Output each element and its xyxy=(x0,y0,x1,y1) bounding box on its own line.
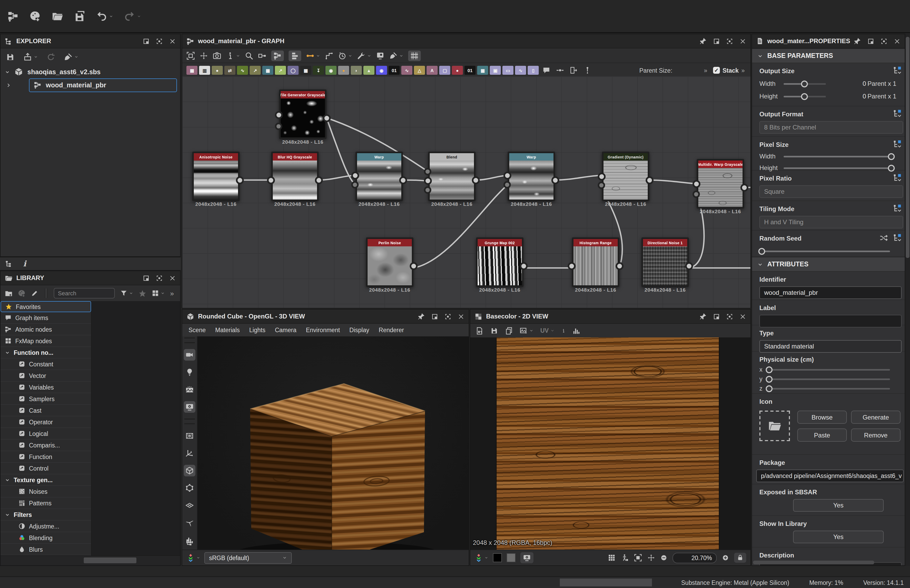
slider-knob[interactable] xyxy=(766,385,773,392)
library-item-favorites[interactable]: Favorites xyxy=(0,301,91,312)
output-port[interactable] xyxy=(685,262,693,270)
graph-node-anisotropic-noise[interactable]: Anisotropic Noise xyxy=(192,152,239,201)
info-view-icon[interactable]: i xyxy=(23,259,26,268)
graph-node-blur-hq-grayscale[interactable]: Blur HQ Grayscale xyxy=(271,152,318,201)
zoom-in-icon[interactable] xyxy=(722,554,729,561)
stack-toggle[interactable]: ✓ Stack » xyxy=(713,67,745,74)
float-panel-icon[interactable] xyxy=(143,38,150,44)
colorspace-button[interactable] xyxy=(475,553,488,562)
zoom-out-icon[interactable] xyxy=(660,554,667,561)
envimg-button[interactable] xyxy=(184,384,196,395)
snapshot[interactable] xyxy=(213,51,221,60)
input-port[interactable] xyxy=(351,181,359,189)
wirebox-button[interactable] xyxy=(184,430,196,442)
tree-item-graph-selected[interactable]: wood_material_pbr xyxy=(29,78,177,92)
library-item-variables[interactable]: Variables xyxy=(0,382,91,393)
library-item-function-no[interactable]: Function no... xyxy=(0,347,91,359)
graph-node-directional-noise-1[interactable]: Directional Noise 1 xyxy=(642,237,689,287)
slider-knob[interactable] xyxy=(766,366,773,373)
graph-node-blend[interactable]: Blend xyxy=(428,152,475,201)
graph-node-warp[interactable]: Warp xyxy=(356,152,403,201)
palette-node-button-14[interactable]: ◗ xyxy=(351,66,362,75)
type-field[interactable]: Standard material xyxy=(760,340,902,353)
library-item-graph-items[interactable]: Graph items xyxy=(0,312,91,324)
output-format-field[interactable]: 8 Bits per Channel xyxy=(760,121,903,134)
package-field[interactable]: p/advanced pipeline/Assignment6/shaoqias… xyxy=(756,470,904,482)
menu-camera[interactable]: Camera xyxy=(275,327,296,333)
maximize-panel-icon[interactable] xyxy=(156,38,163,44)
library-item-vector[interactable]: Vector xyxy=(0,370,91,382)
library-item-atomic-nodes[interactable]: Atomic nodes xyxy=(0,324,91,335)
stack-checkbox[interactable]: ✓ xyxy=(713,67,720,74)
palette-node-button-16[interactable]: ◉ xyxy=(376,66,387,75)
view-mode-button[interactable] xyxy=(152,289,165,297)
undo-button[interactable] xyxy=(96,10,113,22)
stack-more[interactable]: » xyxy=(741,67,745,73)
pixel-height-slider[interactable] xyxy=(784,167,894,169)
reload-button[interactable] xyxy=(46,52,55,61)
palette-node-button-17[interactable]: 01 xyxy=(389,66,400,75)
close-panel-icon[interactable] xyxy=(169,275,176,281)
focus-search[interactable] xyxy=(245,51,253,60)
library-item-operator[interactable]: Operator xyxy=(0,417,91,428)
physical-x-slider[interactable] xyxy=(767,369,890,370)
physical-z-slider[interactable] xyxy=(767,388,890,389)
palette-node-button-7[interactable]: ▦ xyxy=(262,66,273,75)
palette-node-button-1[interactable]: ▩ xyxy=(186,66,197,75)
inheritance-icon[interactable] xyxy=(893,66,902,75)
properties-vscrollbar[interactable] xyxy=(905,34,910,566)
add-package-icon[interactable] xyxy=(18,289,26,297)
library-item-control[interactable]: Control xyxy=(0,463,91,474)
inheritance-icon[interactable] xyxy=(893,140,902,149)
output-port[interactable] xyxy=(323,114,331,122)
exposed-toggle-button[interactable]: Yes xyxy=(793,499,884,512)
axis-button[interactable] xyxy=(184,447,196,459)
maximize-panel-icon[interactable] xyxy=(881,38,887,44)
library-item-comparis[interactable]: Comparis... xyxy=(0,439,91,451)
shuffle-icon[interactable] xyxy=(879,234,888,242)
link-style[interactable] xyxy=(325,51,333,60)
save-button[interactable] xyxy=(6,52,15,61)
plane-button[interactable] xyxy=(184,499,196,511)
palette-node-button-12[interactable]: ◉ xyxy=(325,66,336,75)
menu-lights[interactable]: Lights xyxy=(249,327,265,333)
export-image-icon[interactable] xyxy=(475,326,483,334)
show-in-library-toggle-button[interactable]: Yes xyxy=(793,531,884,543)
palette-node-button-26[interactable]: ▭ xyxy=(503,66,514,75)
library-item-constant[interactable]: Constant xyxy=(0,359,91,370)
actual-size[interactable] xyxy=(200,51,208,60)
output-port[interactable] xyxy=(646,176,653,184)
output-port[interactable] xyxy=(410,262,418,270)
palette-node-button-18[interactable]: ∿ xyxy=(401,66,412,75)
library-item-samplers[interactable]: Samplers xyxy=(0,393,91,405)
inheritance-icon[interactable] xyxy=(893,204,902,213)
output-port[interactable] xyxy=(399,176,407,184)
paste-button[interactable]: Paste xyxy=(797,428,847,442)
actual-size-icon[interactable] xyxy=(647,554,655,562)
input-port[interactable] xyxy=(503,181,511,189)
palette-node-button-3[interactable]: ● xyxy=(212,66,223,75)
output-port[interactable] xyxy=(520,262,528,270)
menu-display[interactable]: Display xyxy=(349,327,369,333)
zoom-level-field[interactable]: 20.70% xyxy=(672,552,717,563)
tree-view-icon[interactable] xyxy=(5,260,13,267)
palette-node-button-2[interactable]: ▥ xyxy=(199,66,210,75)
library-item-logical[interactable]: Logical xyxy=(0,428,91,439)
library-item-adjustme[interactable]: Adjustme... xyxy=(0,521,91,532)
info-icon[interactable] xyxy=(561,326,566,334)
new-folder-icon[interactable] xyxy=(5,289,13,297)
icon-preview-box[interactable] xyxy=(760,410,790,441)
palette-node-button-23[interactable]: 01 xyxy=(464,66,475,75)
remove-button[interactable]: Remove xyxy=(851,428,900,442)
maximize-panel-icon[interactable] xyxy=(726,313,733,320)
menu-scene[interactable]: Scene xyxy=(189,327,206,333)
library-content-area[interactable] xyxy=(92,301,180,556)
auto-update[interactable] xyxy=(338,51,352,60)
output-port[interactable] xyxy=(236,176,244,184)
bulb-button[interactable] xyxy=(184,367,196,378)
palette-node-button-5[interactable]: ∿ xyxy=(237,66,248,75)
output-port[interactable] xyxy=(551,176,559,184)
close-panel-icon[interactable] xyxy=(739,313,746,320)
view2d-viewport[interactable]: 2048 x 2048 (RGBA, 16bpc) xyxy=(470,338,750,549)
maximize-panel-icon[interactable] xyxy=(156,275,163,281)
